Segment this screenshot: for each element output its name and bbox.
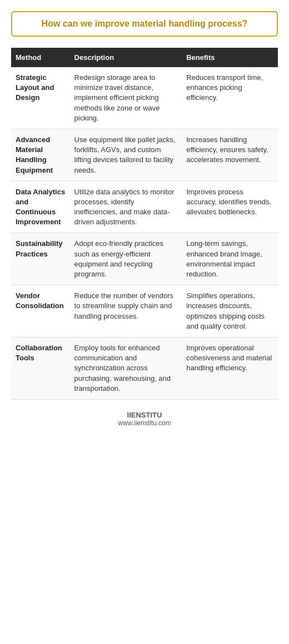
cell-benefits: Increases handling efficiency, ensures s…	[182, 129, 278, 181]
cell-method: Strategic Layout and Design	[11, 67, 70, 129]
cell-description: Utilize data analytics to monitor proces…	[70, 181, 182, 233]
cell-benefits: Simplifies operations, increases discoun…	[182, 285, 278, 338]
cell-description: Employ tools for enhanced communication …	[70, 337, 182, 399]
footer-brand: IIENSTITU	[11, 411, 278, 419]
table-row: Advanced Material Handling EquipmentUse …	[11, 129, 278, 181]
cell-benefits: Improves operational cohesiveness and ma…	[182, 337, 278, 399]
cell-benefits: Reduces transport time, enhances picking…	[182, 67, 278, 129]
cell-method: Data Analytics and Continuous Improvemen…	[11, 181, 70, 233]
cell-description: Adopt eco-friendly practices such as ene…	[70, 233, 182, 285]
title-text: How can we improve material handling pro…	[42, 19, 248, 28]
cell-description: Redesign storage area to minimize travel…	[70, 67, 182, 129]
col-header-method: Method	[11, 48, 70, 67]
page-title: How can we improve material handling pro…	[11, 11, 278, 37]
cell-method: Collaboration Tools	[11, 337, 70, 399]
cell-method: Advanced Material Handling Equipment	[11, 129, 70, 181]
cell-description: Reduce the number of vendors to streamli…	[70, 285, 182, 338]
table-row: Collaboration ToolsEmploy tools for enha…	[11, 337, 278, 399]
col-header-description: Description	[70, 48, 182, 67]
cell-benefits: Long-term savings, enhanced brand image,…	[182, 233, 278, 285]
cell-method: Vendor Consolidation	[11, 285, 70, 338]
footer-url: www.iienstitu.com	[11, 419, 278, 427]
table-row: Sustainability PracticesAdopt eco-friend…	[11, 233, 278, 285]
table-row: Strategic Layout and DesignRedesign stor…	[11, 67, 278, 129]
main-table: Method Description Benefits Strategic La…	[11, 48, 278, 400]
footer: IIENSTITU www.iienstitu.com	[11, 411, 278, 427]
cell-method: Sustainability Practices	[11, 233, 70, 285]
table-row: Vendor ConsolidationReduce the number of…	[11, 285, 278, 338]
table-row: Data Analytics and Continuous Improvemen…	[11, 181, 278, 233]
col-header-benefits: Benefits	[182, 48, 278, 67]
cell-benefits: Improves process accuracy, identifies tr…	[182, 181, 278, 233]
cell-description: Use equipment like pallet jacks, forklif…	[70, 129, 182, 181]
